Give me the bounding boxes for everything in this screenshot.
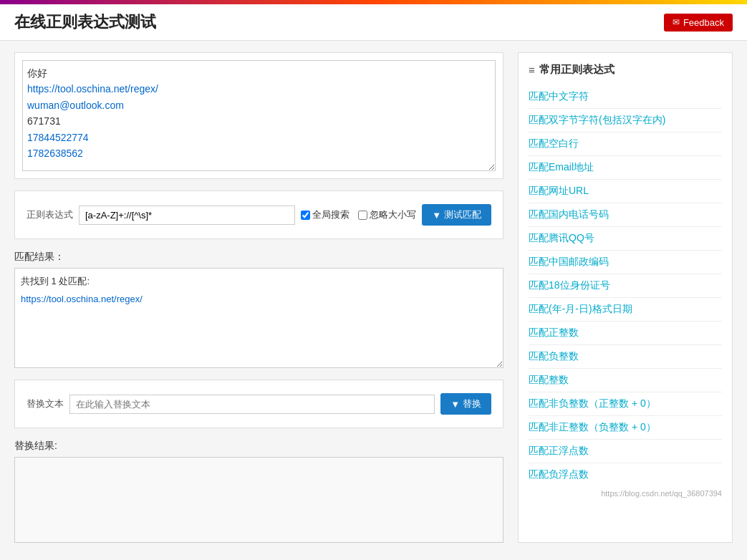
left-panel: 你好 https://tool.oschina.net/regex/ wuman… (14, 52, 503, 543)
regex-section: 正则表达式 全局搜索 忽略大小写 ▼ 测试匹配 (14, 190, 503, 239)
test-match-button[interactable]: ▼ 测试匹配 (422, 204, 491, 226)
regex-link-11[interactable]: 匹配负整数 (529, 350, 579, 362)
replace-result-label: 替换结果: (14, 440, 503, 453)
right-panel-title: ≡ 常用正则表达式 (529, 63, 722, 77)
replace-button[interactable]: ▼ 替换 (440, 393, 491, 415)
regex-link-item: 匹配国内电话号码 (529, 203, 722, 227)
replace-input[interactable] (69, 395, 435, 414)
regex-link-item: 匹配正整数 (529, 322, 722, 345)
regex-link-item: 匹配(年-月-日)格式日期 (529, 298, 722, 322)
regex-link-item: 匹配腾讯QQ号 (529, 227, 722, 251)
regex-link-0[interactable]: 匹配中文字符 (529, 90, 589, 102)
input-line-2: https://tool.oschina.net/regex/ (27, 81, 491, 97)
replace-label: 替换文本 (26, 397, 64, 410)
regex-label: 正则表达式 (26, 208, 73, 221)
regex-link-4[interactable]: 匹配网址URL (529, 185, 589, 196)
regex-link-13[interactable]: 匹配非负整数（正整数 + 0） (529, 397, 656, 409)
input-line-3: wuman@outlook.com (27, 97, 491, 113)
replace-result-box (14, 457, 503, 543)
feedback-label: Feedback (683, 17, 724, 28)
replace-btn-label: 替换 (463, 397, 481, 410)
ignorecase-label: 忽略大小写 (370, 208, 416, 221)
feedback-button[interactable]: ✉ Feedback (664, 14, 733, 32)
regex-link-1[interactable]: 匹配双字节字符(包括汉字在内) (529, 114, 665, 125)
list-icon: ≡ (529, 64, 535, 76)
regex-link-15[interactable]: 匹配正浮点数 (529, 445, 589, 456)
regex-link-6[interactable]: 匹配腾讯QQ号 (529, 232, 594, 243)
regex-link-12[interactable]: 匹配整数 (529, 374, 569, 385)
regex-link-item: 匹配网址URL (529, 180, 722, 203)
match-result-section: 匹配结果： 共找到 1 处匹配: https://tool.oschina.ne… (14, 251, 503, 368)
regex-link-item: 匹配中文字符 (529, 85, 722, 109)
global-search-label: 全局搜索 (312, 208, 350, 221)
regex-link-7[interactable]: 匹配中国邮政编码 (529, 256, 609, 267)
regex-link-3[interactable]: 匹配Email地址 (529, 161, 594, 173)
regex-link-item: 匹配非负整数（正整数 + 0） (529, 392, 722, 416)
match-result-label: 匹配结果： (14, 251, 503, 264)
regex-link-14[interactable]: 匹配非正整数（负整数 + 0） (529, 421, 656, 433)
regex-link-item: 匹配非正整数（负整数 + 0） (529, 416, 722, 440)
right-panel: ≡ 常用正则表达式 匹配中文字符匹配双字节字符(包括汉字在内)匹配空白行匹配Em… (518, 52, 733, 543)
regex-link-8[interactable]: 匹配18位身份证号 (529, 279, 610, 291)
test-input-area[interactable]: 你好 https://tool.oschina.net/regex/ wuman… (22, 60, 496, 171)
regex-link-item: 匹配Email地址 (529, 156, 722, 180)
regex-link-item: 匹配中国邮政编码 (529, 251, 722, 274)
regex-link-10[interactable]: 匹配正整数 (529, 327, 579, 338)
replace-btn-icon: ▼ (450, 399, 460, 410)
test-btn-label: 测试匹配 (444, 208, 481, 221)
regex-link-item: 匹配双字节字符(包括汉字在内) (529, 109, 722, 132)
regex-link-list: 匹配中文字符匹配双字节字符(包括汉字在内)匹配空白行匹配Email地址匹配网址U… (529, 85, 722, 486)
watermark: https://blog.csdn.net/qq_36807394 (529, 489, 722, 498)
regex-link-item: 匹配负整数 (529, 345, 722, 369)
regex-link-item: 匹配整数 (529, 369, 722, 392)
regex-link-item: 匹配空白行 (529, 132, 722, 156)
page-title: 在线正则表达式测试 (14, 11, 156, 33)
replace-section: 替换文本 ▼ 替换 (14, 380, 503, 428)
regex-link-item: 匹配负浮点数 (529, 463, 722, 486)
global-search-checkbox-label[interactable]: 全局搜索 (301, 208, 350, 221)
regex-input[interactable] (79, 206, 295, 225)
match-text: https://tool.oschina.net/regex/ (21, 292, 497, 307)
regex-link-2[interactable]: 匹配空白行 (529, 137, 579, 149)
ignorecase-checkbox-label[interactable]: 忽略大小写 (358, 208, 416, 221)
test-btn-icon: ▼ (432, 210, 441, 221)
regex-link-item: 匹配正浮点数 (529, 440, 722, 463)
input-line-1: 你好 (27, 65, 491, 81)
match-count-text: 共找到 1 处匹配: (21, 274, 497, 289)
input-line-5: 17844522774 (27, 130, 491, 145)
regex-link-16[interactable]: 匹配负浮点数 (529, 468, 589, 480)
input-line-4: 671731 (27, 113, 491, 129)
ignorecase-checkbox[interactable] (358, 211, 367, 220)
regex-link-item: 匹配18位身份证号 (529, 274, 722, 298)
right-panel-title-text: 常用正则表达式 (539, 63, 615, 77)
test-input-section: 你好 https://tool.oschina.net/regex/ wuman… (14, 52, 503, 179)
input-line-6: 1782638562 (27, 145, 491, 161)
match-result-box: 共找到 1 处匹配: https://tool.oschina.net/rege… (14, 268, 503, 368)
replace-result-section: 替换结果: (14, 440, 503, 543)
header-bar: 在线正则表达式测试 ✉ Feedback (0, 4, 747, 41)
global-search-checkbox[interactable] (301, 211, 310, 220)
mail-icon: ✉ (673, 17, 680, 27)
regex-link-9[interactable]: 匹配(年-月-日)格式日期 (529, 303, 632, 314)
regex-link-5[interactable]: 匹配国内电话号码 (529, 208, 609, 220)
